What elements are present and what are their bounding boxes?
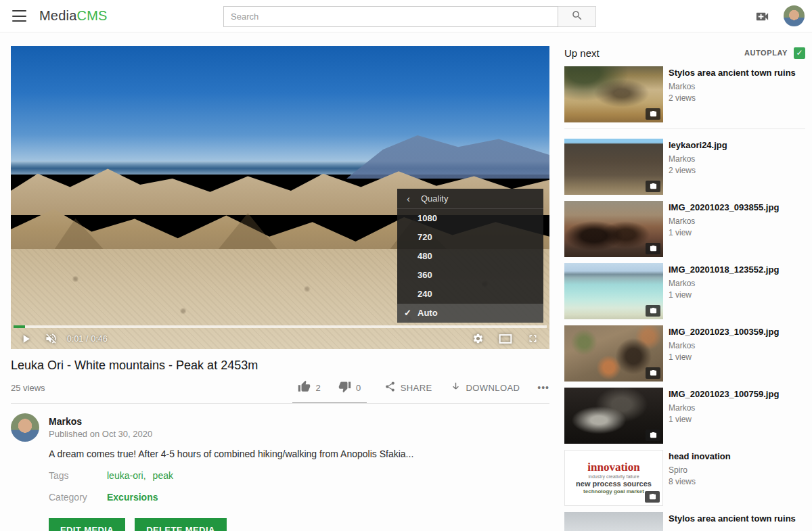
dislike-button[interactable]: 0 <box>338 380 361 395</box>
autoplay-checkbox[interactable]: ✓ <box>794 47 805 59</box>
item-views: 2 views <box>669 93 796 103</box>
quality-option-240[interactable]: 240 <box>397 285 543 304</box>
thumb-down-icon <box>338 380 351 395</box>
user-avatar[interactable] <box>784 5 805 26</box>
item-text: IMG_20201023_100359.jpg Markos 1 view <box>669 325 779 382</box>
controls-right-group <box>472 333 539 344</box>
up-next-item-1[interactable]: Stylos area ancient town ruins Markos 2 … <box>564 66 805 122</box>
share-button[interactable]: SHARE <box>384 381 432 394</box>
item-author: Markos <box>669 403 779 413</box>
item-title: Stylos area ancient town ruins <box>669 513 796 524</box>
quality-menu: ‹ Quality 1080 720 480 360 240 ✓ Auto <box>397 189 543 323</box>
item-text: IMG_20201023_100759.jpg Markos 1 view <box>669 388 779 444</box>
search-button[interactable] <box>558 6 596 27</box>
up-next-item-8[interactable]: Stylos area ancient town ruins <box>564 512 805 531</box>
category-label: Category <box>49 492 87 503</box>
item-author: Markos <box>669 82 796 91</box>
search-input[interactable] <box>223 6 558 27</box>
thumbnail <box>564 512 663 531</box>
item-views: 1 view <box>669 228 779 237</box>
item-text: IMG_20201018_123552.jpg Markos 1 view <box>669 263 779 319</box>
quality-option-480[interactable]: 480 <box>397 247 543 266</box>
item-text: Stylos area ancient town ruins Markos 2 … <box>669 66 796 122</box>
logo[interactable]: MediaCMS <box>39 8 108 24</box>
upload-media-icon[interactable] <box>754 9 770 24</box>
fullscreen-icon[interactable] <box>527 333 539 344</box>
item-author: Markos <box>669 154 727 164</box>
item-title: Stylos area ancient town ruins <box>669 67 796 78</box>
download-button[interactable]: DOWNLOAD <box>450 381 520 394</box>
category-value: Excursions <box>107 492 158 503</box>
check-icon: ✓ <box>404 304 411 323</box>
up-next-item-3[interactable]: IMG_20201023_093855.jpg Markos 1 view <box>564 201 805 257</box>
up-next-item-4[interactable]: IMG_20201018_123552.jpg Markos 1 view <box>564 263 805 319</box>
category-link-excursions[interactable]: Excursions <box>107 492 158 503</box>
image-media-badge <box>646 367 660 379</box>
image-media-badge <box>646 108 660 120</box>
item-views: 8 views <box>669 477 731 486</box>
up-next-sidebar: Up next AUTOPLAY ✓ Stylos area ancient t… <box>564 45 805 531</box>
meta-row: 25 views 2 0 SHARE DOWNLOAD <box>11 373 549 402</box>
mute-icon[interactable] <box>45 332 58 345</box>
up-next-item-7[interactable]: innovation industry creativity failure n… <box>564 450 805 506</box>
item-author: Markos <box>669 341 779 350</box>
tag-link-peak[interactable]: peak <box>153 470 173 481</box>
author-name[interactable]: Markos <box>49 416 82 427</box>
divider <box>11 403 549 404</box>
thumbnail <box>564 139 663 195</box>
wordcloud-line: technology goal market <box>583 488 644 494</box>
item-text: Stylos area ancient town ruins <box>669 512 796 531</box>
like-button[interactable]: 2 <box>298 380 321 395</box>
item-views: 1 view <box>669 290 779 300</box>
wordcloud-line: innovation <box>587 461 639 474</box>
quality-option-720[interactable]: 720 <box>397 228 543 247</box>
item-title: IMG_20201023_100759.jpg <box>669 388 779 400</box>
sidebar-header: Up next AUTOPLAY ✓ <box>564 45 805 61</box>
item-views: 1 view <box>669 352 779 362</box>
actions-bar: 2 0 SHARE DOWNLOAD ••• <box>292 371 549 404</box>
delete-media-button[interactable]: DELETE MEDIA <box>135 518 227 531</box>
quality-option-1080[interactable]: 1080 <box>397 209 543 228</box>
more-options-icon[interactable]: ••• <box>537 382 549 393</box>
item-author: Markos <box>669 216 779 226</box>
image-media-badge <box>646 305 660 317</box>
autoplay-label: AUTOPLAY <box>744 49 788 57</box>
item-title: IMG_20201018_123552.jpg <box>669 264 779 275</box>
logo-media-text: Media <box>39 8 76 23</box>
edit-media-button[interactable]: EDIT MEDIA <box>49 518 125 531</box>
item-author: Markos <box>669 279 779 288</box>
download-icon <box>450 381 461 394</box>
theater-mode-icon[interactable] <box>499 333 512 344</box>
quality-option-360[interactable]: 360 <box>397 266 543 285</box>
menu-icon[interactable] <box>12 10 26 22</box>
thumbnail: innovation industry creativity failure n… <box>564 450 663 506</box>
thumbnail <box>564 66 663 122</box>
author-avatar[interactable] <box>11 413 39 442</box>
video-controls-bar: 0:01 / 0:46 <box>11 328 549 349</box>
settings-gear-icon[interactable] <box>472 333 484 344</box>
quality-menu-header[interactable]: ‹ Quality <box>397 189 543 209</box>
item-title: leykaori24.jpg <box>669 139 727 151</box>
thumbnail <box>564 388 663 444</box>
tag-link-leuka-ori[interactable]: leuka-ori, <box>107 470 146 481</box>
wordcloud-line: new process sources <box>576 480 652 488</box>
item-title: IMG_20201023_093855.jpg <box>669 202 779 213</box>
logo-cms-text: CMS <box>76 8 107 23</box>
mediacms-page: MediaCMS ‹ Quality 10 <box>0 0 812 531</box>
item-views: 2 views <box>669 166 727 175</box>
quality-option-auto[interactable]: ✓ Auto <box>397 304 543 323</box>
like-count: 2 <box>315 383 321 393</box>
thumbnail <box>564 201 663 257</box>
thumbnail <box>564 325 663 382</box>
media-buttons-row: EDIT MEDIA DELETE MEDIA <box>49 518 227 531</box>
search-icon <box>571 9 583 24</box>
video-player[interactable]: ‹ Quality 1080 720 480 360 240 ✓ Auto 0: <box>11 46 549 349</box>
item-author: Spiro <box>669 465 731 475</box>
media-description: A dream comes true! After 4-5 hours of c… <box>49 448 482 459</box>
quality-option-auto-label: Auto <box>418 308 438 318</box>
play-button[interactable] <box>19 332 32 346</box>
up-next-item-5[interactable]: IMG_20201023_100359.jpg Markos 1 view <box>564 325 805 382</box>
item-text: leykaori24.jpg Markos 2 views <box>669 139 727 195</box>
up-next-item-2[interactable]: leykaori24.jpg Markos 2 views <box>564 139 805 195</box>
up-next-item-6[interactable]: IMG_20201023_100759.jpg Markos 1 view <box>564 388 805 444</box>
